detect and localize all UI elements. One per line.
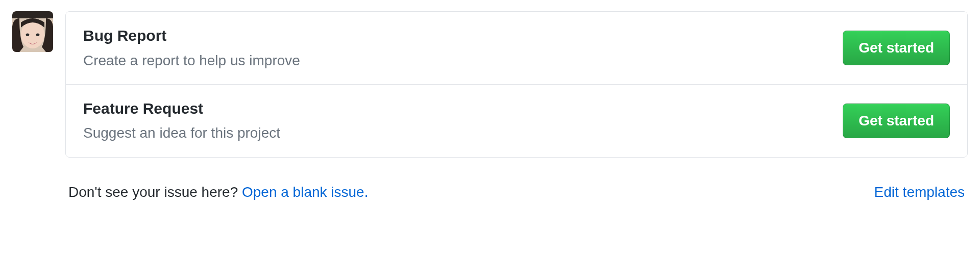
template-description: Create a report to help us improve — [83, 52, 300, 70]
footer-prompt-wrapper: Don't see your issue here? Open a blank … — [68, 182, 368, 202]
get-started-button[interactable]: Get started — [843, 104, 950, 138]
svg-point-4 — [36, 33, 40, 36]
svg-rect-1 — [12, 11, 53, 18]
template-description: Suggest an idea for this project — [83, 124, 280, 142]
template-text: Bug Report Create a report to help us im… — [83, 26, 300, 70]
issue-template-list: Bug Report Create a report to help us im… — [65, 11, 968, 158]
footer-row: Don't see your issue here? Open a blank … — [65, 182, 968, 202]
svg-point-3 — [26, 33, 30, 36]
template-feature-request: Feature Request Suggest an idea for this… — [66, 84, 967, 157]
footer-prompt-text: Don't see your issue here? — [68, 184, 242, 200]
avatar-image — [12, 11, 53, 52]
get-started-button[interactable]: Get started — [843, 31, 950, 65]
edit-templates-link[interactable]: Edit templates — [874, 182, 965, 202]
template-text: Feature Request Suggest an idea for this… — [83, 99, 280, 143]
template-title: Bug Report — [83, 26, 300, 45]
template-title: Feature Request — [83, 99, 280, 118]
template-bug-report: Bug Report Create a report to help us im… — [66, 12, 967, 84]
user-avatar[interactable] — [12, 11, 53, 52]
open-blank-issue-link[interactable]: Open a blank issue. — [242, 184, 369, 200]
issue-template-chooser: Bug Report Create a report to help us im… — [12, 11, 968, 202]
content-column: Bug Report Create a report to help us im… — [65, 11, 968, 202]
